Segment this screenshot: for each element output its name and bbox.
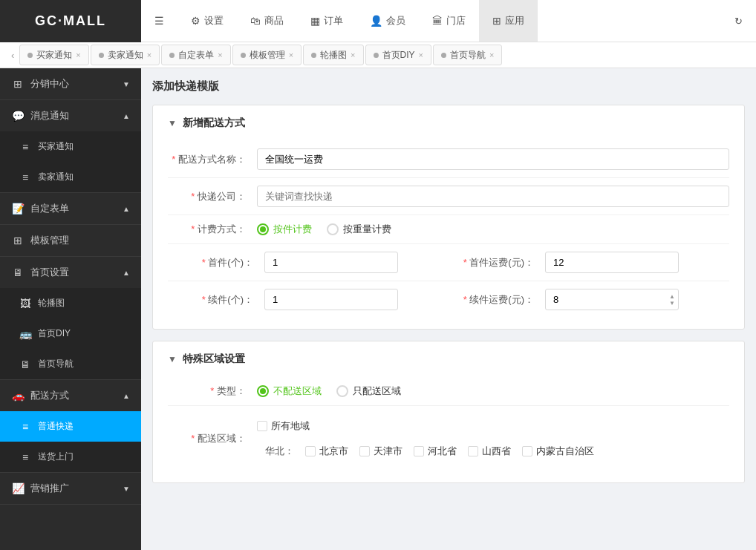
tab-custom-form[interactable]: 自定表单 × — [161, 45, 230, 65]
billing-label: * 计费方式： — [168, 223, 257, 236]
nav-apps[interactable]: ⊞ 应用 — [479, 0, 538, 42]
tab-prev-arrow[interactable]: ‹ — [7, 50, 18, 61]
nav-orders-label: 订单 — [324, 14, 343, 27]
all-regions-checkbox-label[interactable]: 所有地域 — [257, 419, 310, 433]
tianjin-label: 天津市 — [374, 445, 403, 458]
nav-stores-label: 门店 — [446, 14, 466, 27]
first-item-input[interactable] — [264, 252, 398, 273]
settings-icon: ⚙ — [191, 15, 201, 27]
refresh-button[interactable]: ↻ — [721, 16, 756, 27]
tianjin-checkbox-label[interactable]: 天津市 — [359, 445, 403, 458]
homepage-nav-icon: 🖥 — [19, 359, 32, 370]
nav-settings[interactable]: ⚙ 设置 — [177, 0, 237, 42]
sidebar-item-delivery[interactable]: 🚗 配送方式 ▲ — [0, 380, 141, 411]
tab-template[interactable]: 模板管理 × — [232, 45, 302, 65]
custom-form-arrow: ▲ — [123, 205, 130, 213]
sidebar-item-buyer-notice[interactable]: ≡ 买家通知 — [0, 131, 141, 162]
delivery-icon: 🚗 — [11, 390, 25, 402]
billing-by-item[interactable]: 按件计费 — [257, 223, 312, 236]
no-delivery-radio[interactable] — [257, 385, 269, 397]
spinner-down[interactable]: ▼ — [669, 300, 675, 307]
tab-dot — [99, 53, 104, 58]
sidebar-custom-form-label: 自定表单 — [30, 202, 69, 215]
neimenggu-checkbox[interactable] — [522, 446, 532, 456]
region-type-label: * 类型： — [168, 384, 257, 398]
tab-close[interactable]: × — [489, 50, 494, 59]
tab-close[interactable]: × — [351, 50, 355, 59]
hebei-checkbox-label[interactable]: 河北省 — [414, 445, 457, 458]
billing-radio-group: 按件计费 按重量计费 — [257, 223, 729, 236]
sidebar-item-homepage-nav[interactable]: 🖥 首页导航 — [0, 349, 141, 379]
tab-homepage-diy[interactable]: 首页DIY × — [365, 45, 431, 65]
sidebar-item-homepage[interactable]: 🖥 首页设置 ▲ — [0, 257, 141, 288]
tab-close[interactable]: × — [218, 50, 222, 59]
tab-close[interactable]: × — [76, 50, 80, 59]
company-label: * 快递公司： — [168, 190, 257, 203]
tab-close[interactable]: × — [419, 50, 423, 59]
sidebar-item-marketing[interactable]: 📈 营销推广 ▼ — [0, 473, 141, 504]
home-delivery-icon: ≡ — [19, 451, 32, 463]
nav-menu[interactable]: ☰ — [141, 0, 177, 42]
only-delivery-region[interactable]: 只配送区域 — [336, 384, 401, 398]
only-delivery-radio[interactable] — [336, 385, 348, 397]
tab-carousel[interactable]: 轮播图 × — [303, 45, 363, 65]
beijing-checkbox-label[interactable]: 北京市 — [305, 445, 348, 458]
sidebar-item-express[interactable]: ≡ 普通快递 — [0, 411, 141, 442]
delivery-name-input[interactable] — [257, 148, 729, 170]
all-regions-checkbox[interactable] — [257, 421, 267, 431]
tab-template-label: 模板管理 — [250, 49, 285, 62]
additional-shipping-input[interactable] — [545, 289, 679, 310]
beijing-checkbox[interactable] — [305, 446, 316, 456]
delivery-arrow: ▲ — [123, 392, 130, 400]
sidebar-item-distribution[interactable]: ⊞ 分销中心 ▼ — [0, 68, 141, 99]
neimenggu-checkbox-label[interactable]: 内蒙古自治区 — [522, 445, 594, 458]
sidebar-delivery-label: 配送方式 — [30, 389, 69, 402]
sidebar-item-home-delivery[interactable]: ≡ 送货上门 — [0, 442, 141, 472]
tab-seller-notice[interactable]: 卖家通知 × — [91, 45, 160, 65]
billing-by-weight[interactable]: 按重量计费 — [327, 223, 391, 236]
sidebar-item-messages[interactable]: 💬 消息通知 ▲ — [0, 100, 141, 131]
sidebar-seller-notice-label: 卖家通知 — [38, 171, 74, 183]
nav-stores[interactable]: 🏛 门店 — [419, 0, 479, 42]
content-area: 添加快递模版 ▼ 新增配送方式 * 配送方式名称： * — [141, 68, 756, 550]
spinner-up[interactable]: ▲ — [669, 293, 675, 300]
nav-members-label: 会员 — [386, 14, 405, 27]
additional-shipping-col: * 续件运费(元)： ▲ ▼ — [449, 289, 729, 310]
required-star: * — [202, 257, 206, 268]
tab-buyer-notice-label: 买家通知 — [36, 49, 72, 62]
nav-orders[interactable]: ▦ 订单 — [297, 0, 356, 42]
delivery-region-row: * 配送区域： 所有地域 华北： — [168, 406, 729, 471]
tianjin-checkbox[interactable] — [359, 446, 370, 456]
special-region-header[interactable]: ▼ 特殊区域设置 — [168, 353, 729, 366]
tab-close[interactable]: × — [147, 50, 151, 59]
sidebar-item-homepage-diy[interactable]: 🚌 首页DIY — [0, 318, 141, 349]
sidebar-template-label: 模板管理 — [30, 234, 69, 247]
sidebar-item-template[interactable]: ⊞ 模板管理 — [0, 225, 141, 256]
sidebar-marketing-label: 营销推广 — [30, 482, 69, 495]
nav-products[interactable]: 🛍 商品 — [237, 0, 297, 42]
shanxi-checkbox-label[interactable]: 山西省 — [468, 445, 511, 458]
region-type-row: * 类型： 不配送区域 只配送区域 — [168, 377, 729, 406]
tab-dot — [441, 53, 446, 58]
billing-weight-radio[interactable] — [327, 223, 339, 235]
first-shipping-input[interactable] — [545, 252, 679, 273]
beijing-label: 北京市 — [319, 445, 348, 458]
tab-close[interactable]: × — [289, 50, 293, 59]
no-delivery-region[interactable]: 不配送区域 — [257, 384, 322, 398]
new-delivery-header[interactable]: ▼ 新增配送方式 — [168, 117, 729, 130]
sidebar-section-distribution: ⊞ 分销中心 ▼ — [0, 68, 141, 100]
tab-homepage-nav[interactable]: 首页导航 × — [433, 45, 502, 65]
tab-buyer-notice[interactable]: 买家通知 × — [19, 45, 88, 65]
additional-item-input[interactable] — [264, 289, 398, 310]
billing-item-radio[interactable] — [257, 223, 269, 235]
company-input[interactable] — [257, 186, 729, 207]
sidebar-item-carousel[interactable]: 🖼 轮播图 — [0, 288, 141, 318]
shanxi-checkbox[interactable] — [468, 446, 478, 456]
template-icon: ⊞ — [11, 235, 25, 246]
sidebar-item-seller-notice[interactable]: ≡ 卖家通知 — [0, 162, 141, 192]
nav-members[interactable]: 👤 会员 — [356, 0, 419, 42]
nav-settings-label: 设置 — [204, 14, 224, 27]
hebei-checkbox[interactable] — [414, 446, 424, 456]
spinner-arrows[interactable]: ▲ ▼ — [669, 293, 675, 307]
sidebar-item-custom-form[interactable]: 📝 自定表单 ▲ — [0, 193, 141, 224]
